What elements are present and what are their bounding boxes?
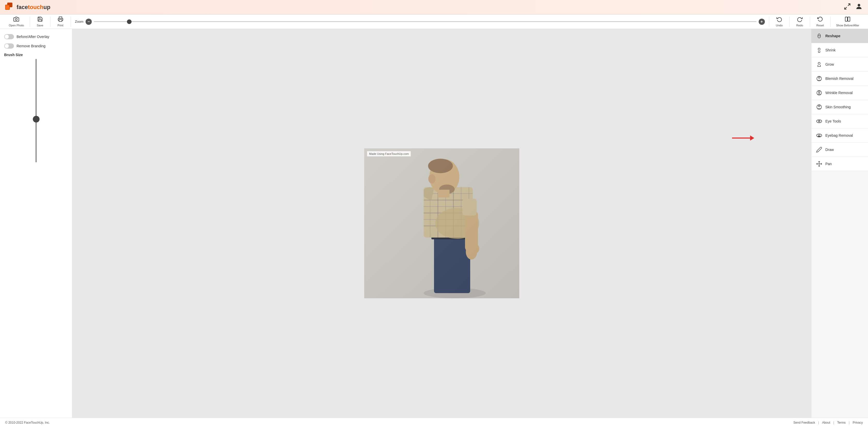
toggle-knob: [5, 35, 9, 39]
toolbar-sep-6: [810, 17, 810, 27]
show-before-after-button[interactable]: Show Before/After: [832, 15, 864, 28]
person-figure: [364, 148, 519, 298]
zoom-minus-button[interactable]: −: [86, 19, 92, 25]
logo-text: facetouchup: [17, 4, 51, 10]
tool-item-grow[interactable]: Grow: [811, 57, 868, 71]
tool-item-blemish-removal[interactable]: Blemish Removal: [811, 71, 868, 86]
footer: © 2010-2022 FaceTouchUp, Inc. Send Feedb…: [0, 418, 868, 427]
toolbar-sep-5: [789, 17, 790, 27]
svg-point-52: [819, 120, 819, 121]
watermark-text: Made Using FaceTouchUp.com: [369, 152, 409, 155]
send-feedback-link[interactable]: Send Feedback: [793, 421, 815, 424]
toolbar-sep-2: [50, 17, 51, 27]
tool-label-shrink: Shrink: [825, 48, 836, 52]
brush-slider-thumb[interactable]: [33, 116, 39, 123]
zoom-plus-button[interactable]: +: [759, 19, 765, 25]
save-button[interactable]: Save: [31, 15, 49, 28]
draw-icon: [815, 146, 823, 153]
print-button[interactable]: Print: [52, 15, 69, 28]
about-link[interactable]: About: [822, 421, 830, 424]
svg-line-3: [848, 4, 850, 6]
tool-item-shrink[interactable]: Shrink: [811, 43, 868, 57]
tool-label-pan: Pan: [825, 162, 832, 166]
print-icon: [58, 16, 63, 23]
right-panel: Reshape Shrink Grow Blemish Removal Wrin…: [811, 29, 868, 418]
tool-label-wrinkle-removal: Wrinkle Removal: [825, 91, 853, 95]
zoom-slider-thumb[interactable]: [127, 20, 131, 24]
svg-line-4: [845, 7, 847, 9]
tool-label-skin-smoothing: Skin Smoothing: [825, 105, 851, 109]
eye-tools-icon: [815, 118, 823, 125]
zoom-slider[interactable]: [94, 21, 756, 22]
reset-icon: [817, 16, 823, 23]
brush-size-slider-container: [31, 59, 41, 413]
blemish-removal-icon: [815, 75, 823, 82]
logo[interactable]: facetouchup: [5, 3, 51, 12]
tool-label-eyebag-removal: Eyebag Removal: [825, 133, 853, 138]
tool-item-eye-tools[interactable]: Eye Tools: [811, 114, 868, 128]
camera-icon: [13, 16, 19, 23]
svg-point-39: [818, 48, 820, 50]
zoom-area: Zoom − +: [72, 19, 768, 25]
reset-button[interactable]: Reset: [811, 15, 829, 28]
svg-rect-9: [848, 17, 850, 22]
before-after-icon: [845, 16, 850, 23]
svg-point-44: [818, 77, 820, 78]
tool-item-reshape[interactable]: Reshape: [811, 29, 868, 43]
eyebag-removal-icon: [815, 132, 823, 139]
main-area: Before/After Overlay Remove Branding Bru…: [0, 29, 868, 418]
before-after-overlay-label: Before/After Overlay: [17, 35, 50, 39]
before-after-overlay-toggle[interactable]: [4, 34, 14, 39]
tool-item-draw[interactable]: Draw: [811, 143, 868, 157]
tool-item-pan[interactable]: Pan: [811, 157, 868, 171]
toolbar-sep-7: [830, 17, 831, 27]
svg-point-46: [818, 91, 820, 93]
svg-point-6: [16, 18, 17, 20]
account-icon[interactable]: [855, 3, 863, 12]
arrow-indicator: [732, 135, 754, 141]
svg-rect-7: [59, 20, 62, 22]
toolbar: Open Photo Save Print Zoom − +: [0, 14, 868, 29]
toolbar-sep-4: [769, 17, 769, 27]
redo-button[interactable]: Redo: [791, 15, 809, 28]
svg-point-5: [858, 4, 860, 6]
canvas-area[interactable]: Made Using FaceTouchUp.com: [72, 29, 811, 418]
remove-branding-toggle[interactable]: [4, 43, 14, 49]
brush-track[interactable]: [36, 59, 36, 162]
tool-label-grow: Grow: [825, 62, 834, 66]
svg-rect-37: [364, 148, 519, 298]
svg-rect-8: [845, 17, 847, 22]
redo-icon: [797, 16, 803, 23]
tool-label-eye-tools: Eye Tools: [825, 119, 841, 123]
tool-label-draw: Draw: [825, 148, 834, 152]
toolbar-sep-3: [70, 17, 71, 27]
watermark: Made Using FaceTouchUp.com: [367, 151, 411, 157]
zoom-label: Zoom: [75, 20, 84, 24]
skin-smoothing-icon: [815, 103, 823, 111]
tool-item-skin-smoothing[interactable]: Skin Smoothing: [811, 100, 868, 114]
toggle-knob-2: [5, 44, 9, 48]
svg-point-54: [818, 135, 820, 136]
reshape-icon: [815, 32, 823, 39]
remove-branding-label: Remove Branding: [17, 44, 45, 48]
svg-point-42: [818, 62, 820, 64]
open-photo-button[interactable]: Open Photo: [4, 15, 29, 28]
terms-link[interactable]: Terms: [837, 421, 846, 424]
tool-item-wrinkle-removal[interactable]: Wrinkle Removal: [811, 86, 868, 100]
brush-size-label: Brush Size: [4, 53, 23, 57]
header-right: [844, 3, 863, 12]
svg-point-49: [818, 105, 820, 107]
tool-label-blemish-removal: Blemish Removal: [825, 77, 854, 81]
undo-button[interactable]: Undo: [770, 15, 788, 28]
copyright-text: © 2010-2022 FaceTouchUp, Inc.: [5, 421, 50, 424]
grow-icon: [815, 61, 823, 68]
tool-item-eyebag-removal[interactable]: Eyebag Removal: [811, 128, 868, 143]
privacy-link[interactable]: Privacy: [853, 421, 863, 424]
top-header: facetouchup: [0, 0, 868, 14]
fullscreen-icon[interactable]: [844, 3, 851, 12]
wrinkle-removal-icon: [815, 89, 823, 96]
svg-rect-2: [6, 5, 9, 9]
left-panel: Before/After Overlay Remove Branding Bru…: [0, 29, 72, 418]
undo-icon: [776, 16, 782, 23]
tools-container: Reshape Shrink Grow Blemish Removal Wrin…: [811, 29, 868, 171]
